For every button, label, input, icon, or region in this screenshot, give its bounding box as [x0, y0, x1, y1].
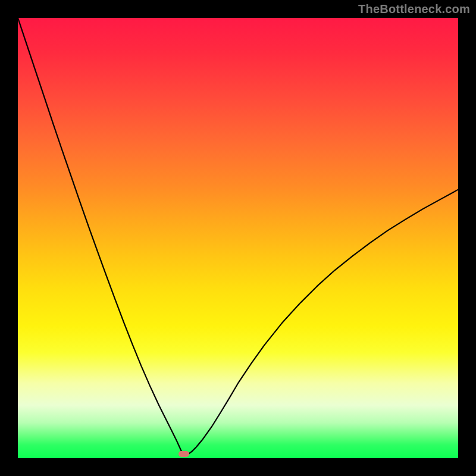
watermark-text: TheBottleneck.com — [358, 2, 470, 16]
bottleneck-curve — [18, 18, 458, 455]
curve-svg — [18, 18, 458, 458]
optimal-point-marker — [178, 451, 189, 457]
chart-frame: TheBottleneck.com — [0, 0, 476, 476]
plot-area — [18, 18, 458, 458]
